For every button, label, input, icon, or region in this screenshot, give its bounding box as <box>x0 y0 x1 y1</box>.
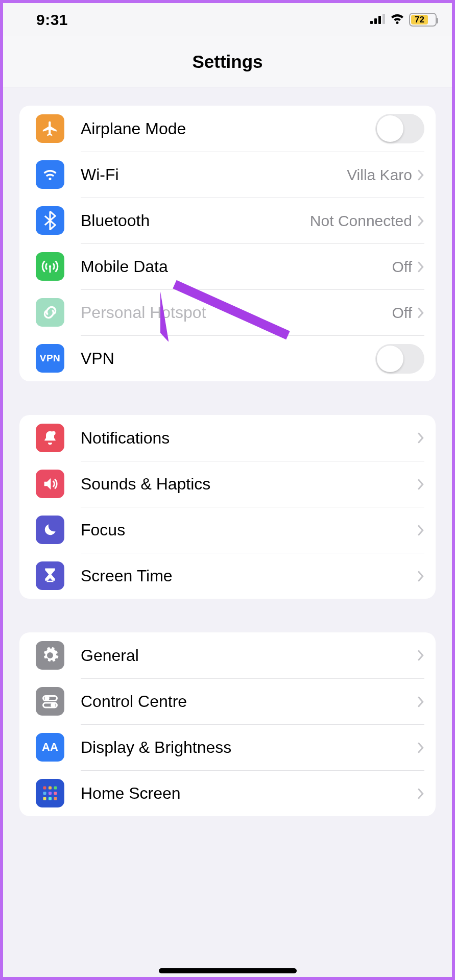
row-label: Screen Time <box>81 567 173 585</box>
row-label: Personal Hotspot <box>81 303 206 322</box>
chevron-right-icon <box>417 215 424 227</box>
chevron-right-icon <box>417 571 424 582</box>
row-label: General <box>81 646 139 665</box>
settings-group-connectivity: Airplane Mode Wi-Fi Villa Karo Bluetooth <box>19 106 436 381</box>
chevron-right-icon <box>417 307 424 318</box>
status-indicators: 72 <box>370 13 437 27</box>
row-control-centre[interactable]: Control Centre <box>19 678 436 724</box>
settings-group-alerts: Notifications Sounds & Haptics Focus <box>19 415 436 599</box>
row-value: Off <box>392 258 412 276</box>
svg-rect-17 <box>49 792 52 795</box>
page-title: Settings <box>192 52 262 72</box>
row-notifications[interactable]: Notifications <box>19 415 436 461</box>
chevron-right-icon <box>417 788 424 799</box>
row-label: Control Centre <box>81 692 187 711</box>
svg-rect-16 <box>43 792 46 795</box>
chevron-right-icon <box>417 650 424 661</box>
row-label: Mobile Data <box>81 257 168 276</box>
antenna-icon <box>36 252 64 281</box>
svg-point-4 <box>49 178 51 180</box>
svg-rect-13 <box>43 787 46 790</box>
row-label: Home Screen <box>81 784 181 803</box>
svg-rect-18 <box>54 792 57 795</box>
svg-rect-14 <box>49 787 52 790</box>
link-icon <box>36 298 64 327</box>
bell-icon <box>36 424 64 452</box>
row-label: Notifications <box>81 429 170 448</box>
svg-rect-3 <box>382 14 385 24</box>
row-label: Focus <box>81 521 125 540</box>
svg-rect-19 <box>43 797 46 800</box>
row-label: Display & Brightness <box>81 738 231 757</box>
chevron-right-icon <box>417 742 424 753</box>
vpn-toggle[interactable] <box>375 344 424 374</box>
row-value: Off <box>392 304 412 322</box>
svg-rect-15 <box>54 787 57 790</box>
chevron-right-icon <box>417 696 424 707</box>
gear-icon <box>36 641 64 670</box>
chevron-right-icon <box>417 525 424 536</box>
row-label: Bluetooth <box>81 211 150 230</box>
row-value: Not Connected <box>310 212 412 230</box>
row-bluetooth[interactable]: Bluetooth Not Connected <box>19 198 436 243</box>
chevron-right-icon <box>417 432 424 444</box>
settings-content: Airplane Mode Wi-Fi Villa Karo Bluetooth <box>3 106 452 816</box>
svg-point-8 <box>52 431 56 435</box>
row-display-brightness[interactable]: AA Display & Brightness <box>19 724 436 770</box>
nav-header: Settings <box>3 36 452 87</box>
svg-rect-21 <box>54 797 57 800</box>
chevron-right-icon <box>417 479 424 490</box>
settings-group-system: General Control Centre AA Display & Brig… <box>19 632 436 816</box>
row-value: Villa Karo <box>347 166 412 184</box>
svg-rect-1 <box>374 18 377 24</box>
battery-level: 72 <box>411 15 428 24</box>
row-home-screen[interactable]: Home Screen <box>19 770 436 816</box>
row-wifi[interactable]: Wi-Fi Villa Karo <box>19 152 436 198</box>
svg-rect-2 <box>378 16 381 24</box>
wifi-status-icon <box>390 13 405 27</box>
svg-rect-20 <box>49 797 52 800</box>
speaker-icon <box>36 470 64 498</box>
chevron-right-icon <box>417 169 424 181</box>
wifi-icon <box>36 160 64 189</box>
aa-icon: AA <box>36 733 64 762</box>
moon-icon <box>36 516 64 544</box>
airplane-toggle[interactable] <box>375 114 424 143</box>
row-label: VPN <box>81 349 114 368</box>
row-label: Sounds & Haptics <box>81 475 210 494</box>
vpn-icon: VPN <box>36 344 64 373</box>
status-bar: 9:31 72 <box>3 3 452 36</box>
row-personal-hotspot[interactable]: Personal Hotspot Off <box>19 289 436 335</box>
hourglass-icon <box>36 561 64 590</box>
chevron-right-icon <box>417 261 424 273</box>
svg-rect-0 <box>370 21 373 24</box>
row-label: Wi-Fi <box>81 165 119 184</box>
svg-point-10 <box>45 697 49 700</box>
cellular-signal-icon <box>370 14 386 26</box>
row-sounds-haptics[interactable]: Sounds & Haptics <box>19 461 436 507</box>
row-mobile-data[interactable]: Mobile Data Off <box>19 243 436 289</box>
battery-icon: 72 <box>409 13 437 27</box>
bluetooth-icon <box>36 206 64 235</box>
row-general[interactable]: General <box>19 632 436 678</box>
row-airplane-mode[interactable]: Airplane Mode <box>19 106 436 152</box>
status-time: 9:31 <box>36 11 68 29</box>
grid-icon <box>36 779 64 807</box>
row-focus[interactable]: Focus <box>19 507 436 553</box>
svg-point-12 <box>52 703 55 707</box>
row-label: Airplane Mode <box>81 119 186 138</box>
row-screen-time[interactable]: Screen Time <box>19 553 436 599</box>
airplane-icon <box>36 114 64 143</box>
home-indicator[interactable] <box>159 968 297 973</box>
row-vpn[interactable]: VPN VPN <box>19 335 436 381</box>
switches-icon <box>36 687 64 716</box>
